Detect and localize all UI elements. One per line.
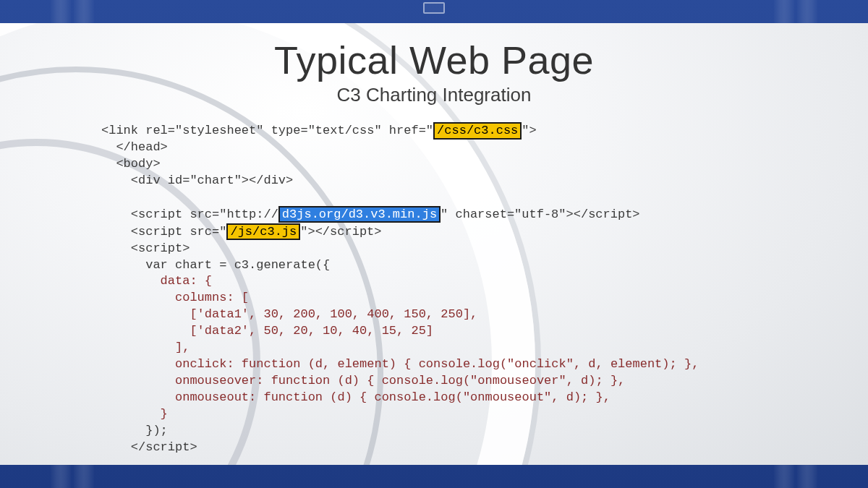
code-block: <link rel="stylesheet" type="text/css" h… bbox=[101, 122, 868, 456]
code-line: columns: [ bbox=[101, 291, 249, 304]
code-line: onmouseout: function (d) { console.log("… bbox=[101, 390, 610, 404]
code-line: <script src="/js/c3.js"></script> bbox=[101, 225, 381, 239]
slide-subtitle: C3 Charting Integration bbox=[0, 84, 868, 106]
slide-panel: Typical Web Page C3 Charting Integration… bbox=[0, 23, 868, 465]
highlight-css-path: /css/c3.css bbox=[433, 122, 522, 140]
code-line: ], bbox=[101, 341, 190, 354]
code-line: <script> bbox=[101, 241, 190, 255]
highlight-d3-host: d3js.org/d3.v3.min.js bbox=[278, 206, 441, 223]
code-line: ['data1', 30, 200, 100, 400, 150, 250], bbox=[101, 307, 477, 321]
code-line: var chart = c3.generate({ bbox=[101, 258, 330, 272]
code-line: <div id="chart"></div> bbox=[101, 174, 293, 187]
code-line: <script src="http://d3js.org/d3.v3.min.j… bbox=[101, 207, 640, 221]
slide-stage: Typical Web Page C3 Charting Integration… bbox=[0, 0, 868, 488]
slide-title: Typical Web Page bbox=[0, 38, 868, 82]
code-line: ['data2', 50, 20, 10, 40, 15, 25] bbox=[101, 324, 433, 338]
code-line: <link rel="stylesheet" type="text/css" h… bbox=[101, 124, 537, 137]
code-line: </script> bbox=[101, 440, 197, 454]
code-line: } bbox=[101, 407, 168, 421]
code-line: data: { bbox=[101, 274, 212, 288]
highlight-c3-js-path: /js/c3.js bbox=[226, 223, 300, 241]
slide-content: Typical Web Page C3 Charting Integration… bbox=[0, 23, 868, 456]
code-line: <body> bbox=[101, 157, 161, 171]
code-line: }); bbox=[101, 424, 168, 437]
code-line: onclick: function (d, element) { console… bbox=[101, 357, 699, 371]
code-line: </head> bbox=[101, 140, 168, 154]
code-line: onmouseover: function (d) { console.log(… bbox=[101, 374, 625, 388]
top-indicator bbox=[423, 2, 445, 14]
